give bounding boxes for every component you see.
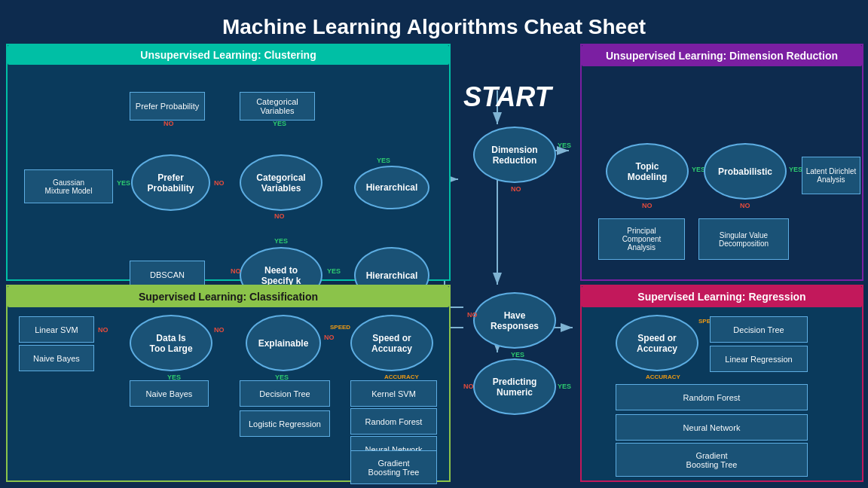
classification-section: Supervised Learning: Classification Line…: [6, 285, 451, 482]
regression-header: Supervised Learning: Regression: [582, 286, 862, 307]
data-too-large-node: Data Is Too Large: [130, 315, 212, 371]
linear-reg-node: Linear Regression: [710, 346, 808, 372]
decision-tree-rg-node: Decision Tree: [710, 316, 808, 343]
label-accuracy-rg: ACCURACY: [646, 374, 680, 380]
dimension-header: Unsupervised Learning: Dimension Reducti…: [582, 45, 862, 66]
decision-tree-cl-node: Decision Tree: [240, 380, 330, 407]
label-yes-topiclabel: YES: [558, 142, 571, 149]
label-no-haveresponse2: NO: [467, 311, 478, 319]
random-forest-cl-node: Random Forest: [350, 408, 437, 435]
explainable-node: Explainable: [246, 315, 321, 371]
label-no-speedacc: NO: [324, 334, 335, 341]
label-yes-regression: YES: [558, 383, 571, 390]
linear-svm-node: Linear SVM: [19, 316, 94, 343]
clustering-header: Unsupervised Learning: Clustering: [8, 45, 449, 65]
label-no-linearsvm: NO: [98, 326, 108, 334]
clustering-section: Unsupervised Learning: Clustering Prefer…: [6, 44, 451, 281]
regression-section: Supervised Learning: Regression SPEED Sp…: [580, 285, 863, 482]
label-no-explainable: NO: [214, 326, 225, 334]
label-yes-hier3: YES: [327, 267, 341, 275]
label-no-pca: NO: [642, 202, 653, 209]
kernel-svm-node: Kernel SVM: [350, 380, 437, 407]
label-no-classification: NO: [463, 383, 474, 390]
label-yes-prednumeric: YES: [511, 351, 524, 358]
speed-accuracy-rg-node: Speed or Accuracy: [616, 315, 698, 371]
probabilistic-node: Probabilistic: [704, 143, 787, 200]
prefer-prob-node: Prefer Probability: [131, 154, 210, 211]
random-forest-rg-node: Random Forest: [616, 384, 808, 410]
gradient-rg-node: Gradient Boosting Tree: [616, 443, 808, 477]
dimension-section: Unsupervised Learning: Dimension Reducti…: [580, 44, 863, 281]
naive-bayes-r-node: Naive Bayes: [19, 345, 94, 371]
classification-header: Supervised Learning: Classification: [8, 286, 449, 307]
topic-modeling-node: Topic Modeling: [606, 143, 689, 200]
speed-accuracy-cl-node: Speed or Accuracy: [350, 315, 433, 371]
latent-node: Latent Dirichlet Analysis: [802, 157, 860, 194]
logistic-reg-node: Logistic Regression: [240, 410, 330, 437]
label-yes-categorical: YES: [273, 120, 286, 127]
naive-bayes-node: Naive Bayes: [130, 380, 209, 407]
label-no-svd: NO: [740, 202, 750, 209]
categorical-node: Categorical Variables: [240, 154, 322, 211]
have-responses-node: Have Responses: [473, 292, 556, 349]
label-speed-cl: SPEED: [330, 324, 350, 331]
main-title: Machine Learning Algorithms Cheat Sheet: [0, 6, 868, 45]
label-no-dbscan: NO: [231, 267, 241, 275]
pca-node: Principal Component Analysis: [598, 218, 685, 260]
nodes-layer: Machine Learning Algorithms Cheat Sheet …: [0, 0, 868, 488]
label-yes-hier2: YES: [274, 237, 288, 245]
label-yes-hier1: YES: [377, 157, 390, 164]
label-no-prefer: NO: [164, 120, 174, 127]
label-yes-latent: YES: [789, 166, 802, 173]
start-node: START: [463, 81, 552, 113]
label-no-needk: NO: [274, 212, 285, 220]
label-accuracy-cl: ACCURACY: [384, 374, 419, 380]
gradient-cl-node: Gradient Boosting Tree: [350, 450, 437, 484]
label-no-haveresponse: NO: [511, 185, 521, 193]
label-yes-gaussian: YES: [117, 179, 130, 187]
kmeans-node: Prefer Probability: [130, 92, 205, 120]
hierarchical1-node: Hierarchical: [354, 166, 429, 209]
dimension-red-node: Dimension Reduction: [473, 127, 556, 183]
label-no-categorical: NO: [214, 179, 225, 187]
svd-node: Singular Value Decomposition: [698, 218, 789, 260]
kmodes-node: Categorical Variables: [240, 92, 315, 120]
predicting-numeric-node: Predicting Numeric: [473, 358, 556, 415]
neural-net-rg-node: Neural Network: [616, 414, 808, 441]
center-section: START Dimension Reduction YES NO Have Re…: [452, 44, 580, 482]
gaussian-node: Gaussian Mixture Model: [24, 169, 113, 203]
